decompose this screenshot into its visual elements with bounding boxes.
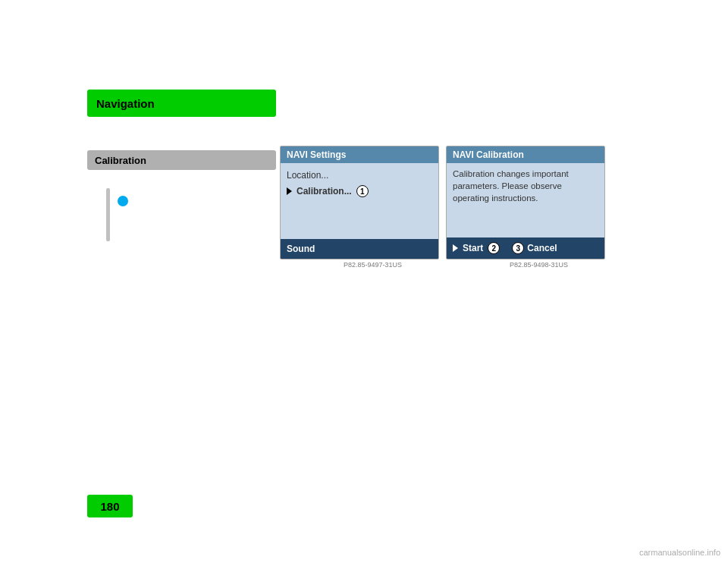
calibration-section-label: Calibration — [87, 150, 276, 170]
badge-3: 3 — [512, 242, 524, 254]
menu-item-calibration: Calibration... 1 — [287, 183, 432, 200]
badge-2: 2 — [488, 242, 500, 254]
navi-calibration-ref: P82.85-9498-31US — [510, 261, 568, 269]
start-arrow-icon — [453, 244, 458, 252]
navi-settings-ref: P82.85-9497-31US — [344, 261, 402, 269]
navigation-label: Navigation — [96, 97, 155, 110]
arrow-icon — [287, 187, 292, 195]
sound-label: Sound — [287, 244, 315, 254]
cancel-action: 3 Cancel — [510, 242, 557, 254]
menu-item-location: Location... — [287, 168, 432, 183]
badge-1: 1 — [356, 185, 369, 197]
navi-calibration-title: NAVI Calibration — [453, 149, 524, 160]
location-label: Location... — [287, 170, 328, 181]
action-bar: Start 2 3 Cancel — [447, 237, 604, 259]
navi-settings-screen: NAVI Settings Location... Calibration...… — [280, 146, 439, 259]
sound-bar: Sound — [281, 239, 438, 259]
navi-settings-title-bar: NAVI Settings — [281, 146, 438, 163]
navi-settings-content: Location... Calibration... 1 — [281, 163, 438, 204]
navigation-badge: Navigation — [87, 90, 276, 117]
navi-calibration-screen: NAVI Calibration Calibration changes imp… — [446, 146, 605, 259]
page-number: 180 — [100, 500, 119, 513]
calibration-description: Calibration changes important parameters… — [453, 169, 569, 203]
start-action: Start 2 — [453, 242, 500, 254]
watermark: carmanualsonline.info — [639, 548, 720, 557]
start-label: Start — [463, 243, 483, 253]
page-number-badge: 180 — [87, 495, 133, 517]
calibration-body: Calibration changes important parameters… — [447, 163, 604, 209]
cancel-label: Cancel — [527, 243, 557, 253]
calibration-text: Calibration — [95, 155, 146, 166]
navi-settings-title: NAVI Settings — [287, 149, 346, 160]
vertical-bar — [106, 188, 110, 241]
bullet-dot — [118, 196, 128, 206]
calibration-menu-label: Calibration... — [297, 186, 352, 197]
navi-calibration-title-bar: NAVI Calibration — [447, 146, 604, 163]
